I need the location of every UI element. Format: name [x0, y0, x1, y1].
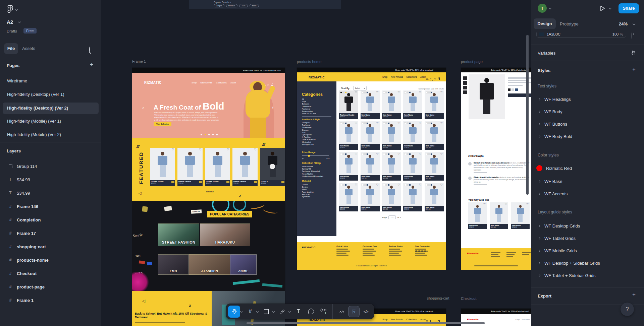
product-card[interactable]: Item Name $99.99 — [425, 183, 444, 211]
product-card[interactable]: Item Name $39.99 — [361, 121, 380, 150]
frame-frame1[interactable]: Enter code "OwO" for 50% off at checkout… — [132, 68, 285, 326]
social-icon[interactable] — [418, 250, 420, 252]
nav-link[interactable]: About — [420, 76, 426, 78]
style-row[interactable]: WF Accents — [531, 189, 644, 199]
play-chevron-icon[interactable] — [609, 7, 611, 9]
variables-sliders-icon[interactable] — [631, 50, 636, 55]
figma-logo-icon[interactable] — [7, 5, 13, 13]
chevron-right-icon[interactable] — [538, 135, 540, 137]
category-tile[interactable]: HARAJUKU — [200, 223, 250, 246]
wishlist-heart-icon[interactable] — [282, 148, 284, 151]
filter-item[interactable]: Synthetic — [302, 196, 314, 198]
wishlist-heart-icon[interactable] — [227, 148, 229, 151]
product-card[interactable]: Item Name $69.99 — [382, 152, 401, 181]
view-all-link[interactable]: View All — [206, 191, 214, 193]
filter-item[interactable]: Tops — [302, 101, 316, 103]
product-card[interactable]: Item Name $99.99 — [403, 183, 422, 211]
share-button[interactable]: Share — [619, 3, 639, 13]
nav-link[interactable]: New Arrivals — [391, 318, 403, 321]
shape-tool-button[interactable] — [260, 306, 272, 318]
product-card[interactable]: Denim Jacket $56.00 — [205, 148, 230, 186]
product-card[interactable]: Item Name $99.99 — [403, 90, 422, 119]
wishlist-heart-icon[interactable] — [397, 184, 400, 186]
wishlist-heart-icon[interactable] — [440, 122, 443, 125]
filter-item[interactable]: Neon Nights — [302, 173, 323, 175]
frame-label-product-page[interactable]: product-page — [461, 60, 483, 64]
product-card[interactable]: Item Name $99.99 — [339, 183, 358, 211]
search-pill[interactable]: Cargos — [214, 4, 224, 7]
add-page-icon[interactable]: + — [90, 62, 93, 67]
dev-mode-button[interactable] — [348, 306, 360, 317]
play-icon[interactable] — [599, 5, 605, 12]
style-row[interactable]: WF Headings — [531, 94, 644, 104]
social-icon[interactable] — [424, 250, 426, 252]
fill-hex-value[interactable]: 1A2B3C — [547, 32, 560, 36]
style-row[interactable]: WF Buttons — [531, 119, 644, 129]
text-tool-button[interactable]: T — [292, 306, 305, 318]
product-card[interactable]: Item Name $69.99 — [403, 152, 422, 181]
chevron-right-icon[interactable] — [538, 180, 540, 182]
sort-dropdown[interactable]: Select — [353, 86, 367, 90]
frame-label-checkout[interactable]: Checkout — [461, 297, 476, 301]
filter-item[interactable]: Mesh — [302, 188, 314, 191]
filter-item[interactable]: Outerwear — [302, 106, 316, 108]
product-card[interactable]: Item Name $99.99 — [361, 183, 380, 211]
filter-item[interactable]: Footwear — [302, 108, 316, 110]
canvas-vertical-scrollbar[interactable] — [526, 35, 529, 195]
canvas[interactable]: Popular Searches: CargosHoodiesTeesBoots… — [101, 0, 531, 326]
wishlist-heart-icon[interactable] — [199, 148, 202, 151]
layer-row[interactable]: Frame 17 — [0, 226, 101, 240]
search-icon[interactable] — [89, 47, 90, 53]
layer-row[interactable]: Completion — [0, 213, 101, 226]
comment-tool-button[interactable] — [305, 306, 317, 318]
nav-link[interactable]: About — [420, 318, 426, 321]
sidebar-page-item[interactable]: High-fidelity (Mobile) (Ver 2) — [0, 128, 101, 141]
filter-item[interactable]: Spring '25 — [302, 168, 323, 170]
nav-link[interactable]: Collections — [216, 81, 227, 84]
wishlist-heart-icon[interactable] — [172, 148, 174, 151]
tab-assets[interactable]: Assets — [22, 46, 35, 51]
category-tile[interactable]: EMO — [158, 254, 189, 275]
product-card[interactable]: Techwear Hoodie $99.99 — [339, 90, 358, 119]
nav-link[interactable]: Collections — [406, 318, 417, 321]
add-export-icon[interactable]: + — [632, 292, 636, 297]
style-row[interactable]: WF Desktop Grids — [531, 221, 644, 231]
filter-item[interactable]: All — [302, 98, 316, 101]
tab-prototype[interactable]: Prototype — [560, 21, 579, 26]
chevron-right-icon[interactable] — [538, 262, 540, 264]
filter-item[interactable]: Accessories — [302, 110, 316, 113]
product-card[interactable]: Item Name $99.99 — [425, 90, 444, 119]
bag-icon[interactable] — [438, 78, 440, 80]
wishlist-heart-icon[interactable] — [483, 203, 486, 206]
product-card[interactable]: Item Name $39.99 — [425, 121, 444, 150]
search-pill[interactable]: Boots — [250, 4, 259, 7]
nav-link[interactable]: Shop — [192, 81, 197, 84]
frame-label-shopping-cart[interactable]: shopping-cart — [427, 296, 449, 300]
product-card[interactable]: Item Name $39.99 — [382, 121, 401, 150]
filter-item[interactable]: Sets & Co-Ords — [302, 113, 316, 115]
fill-opacity-value[interactable]: 100 — [612, 32, 619, 36]
filter-item[interactable]: Techwear — [302, 124, 316, 126]
wishlist-heart-icon[interactable] — [397, 153, 400, 155]
hand-tool-chevron-icon[interactable] — [240, 310, 243, 313]
pen-tool-chevron-icon[interactable] — [288, 310, 291, 313]
nav-link[interactable]: Shop — [382, 76, 387, 78]
filter-item[interactable]: Faux Leather — [302, 191, 314, 193]
chevron-right-icon[interactable] — [538, 110, 540, 113]
tab-file[interactable]: File — [4, 43, 18, 54]
canvas-horizontal-scrollbar[interactable] — [247, 322, 485, 324]
help-button[interactable]: ? — [621, 303, 634, 316]
nav-link[interactable]: New Arrivals — [200, 81, 212, 84]
filter-item[interactable]: Dark Academia — [302, 138, 316, 141]
product-card[interactable]: Item Name $69.99 — [361, 152, 380, 181]
code-tool-button[interactable]: </> — [360, 306, 372, 318]
file-title-chevron-icon[interactable] — [18, 20, 21, 23]
view-collection-button[interactable]: View Collection — [154, 122, 171, 126]
carousel-dots[interactable] — [201, 134, 218, 135]
wishlist-heart-icon[interactable] — [440, 91, 443, 94]
wishlist-heart-icon[interactable] — [440, 153, 443, 155]
chevron-right-icon[interactable] — [538, 123, 540, 125]
frame-product-page[interactable]: Enter code "OwO" for 50% off at checkout… — [461, 68, 531, 270]
filter-item[interactable]: Grunge — [302, 129, 316, 131]
chevron-right-icon[interactable] — [538, 98, 540, 100]
